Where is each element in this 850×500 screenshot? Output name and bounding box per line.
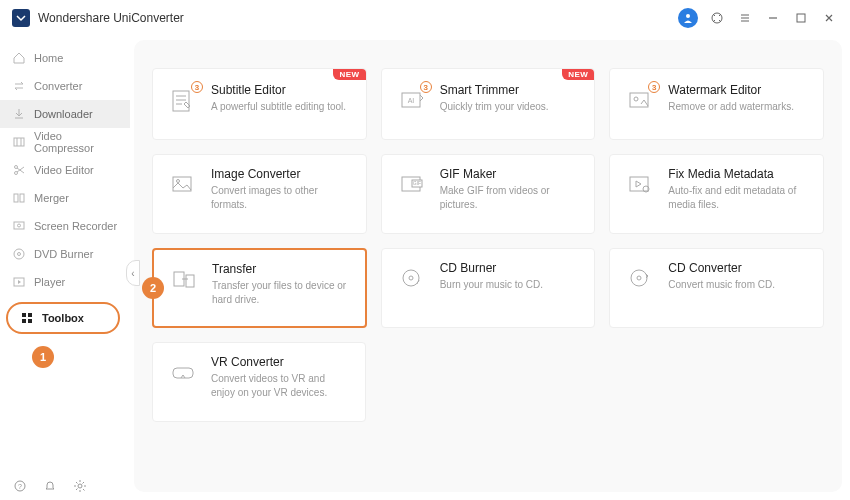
svg-point-36 <box>631 270 647 286</box>
sidebar-item-screen-recorder[interactable]: Screen Recorder <box>0 212 130 240</box>
sidebar-item-video-editor[interactable]: Video Editor <box>0 156 130 184</box>
help-button[interactable]: ? <box>12 478 28 494</box>
svg-rect-8 <box>14 222 24 229</box>
svg-rect-2 <box>797 14 805 22</box>
tool-desc: Make GIF from videos or pictures. <box>440 184 581 211</box>
svg-point-11 <box>18 253 21 256</box>
tool-title: Subtitle Editor <box>211 83 346 97</box>
svg-rect-23 <box>630 93 648 107</box>
sidebar: Home Converter Downloader Video Compress… <box>0 36 130 500</box>
count-badge: 3 <box>648 81 660 93</box>
sidebar-item-home[interactable]: Home <box>0 44 130 72</box>
tool-vr-converter[interactable]: VR ConverterConvert videos to VR and enj… <box>152 342 366 422</box>
user-account-button[interactable] <box>678 8 698 28</box>
close-button[interactable] <box>820 9 838 27</box>
tool-subtitle-editor[interactable]: NEW 3 Subtitle EditorA powerful subtitle… <box>152 68 367 140</box>
play-icon <box>12 275 26 289</box>
sidebar-item-toolbox[interactable]: Toolbox <box>6 302 120 334</box>
tool-title: GIF Maker <box>440 167 581 181</box>
gif-icon: GIF <box>396 169 428 201</box>
sidebar-item-label: Home <box>34 52 63 64</box>
app-logo <box>12 9 30 27</box>
new-badge: NEW <box>562 69 594 80</box>
scissors-icon <box>12 163 26 177</box>
titlebar: Wondershare UniConverter <box>0 0 850 36</box>
tool-title: Image Converter <box>211 167 352 181</box>
tool-cd-converter[interactable]: CD ConverterConvert music from CD. <box>609 248 824 328</box>
disc-icon <box>12 247 26 261</box>
callout-badge-1: 1 <box>32 346 54 368</box>
tool-desc: Auto-fix and edit metadata of media file… <box>668 184 809 211</box>
sidebar-item-merger[interactable]: Merger <box>0 184 130 212</box>
image-icon <box>167 169 199 201</box>
tool-transfer[interactable]: 2 TransferTransfer your files to device … <box>152 248 367 328</box>
sidebar-item-dvd-burner[interactable]: DVD Burner <box>0 240 130 268</box>
app-title: Wondershare UniConverter <box>38 11 184 25</box>
svg-rect-13 <box>22 313 26 317</box>
svg-rect-3 <box>14 138 24 146</box>
svg-point-0 <box>686 14 690 18</box>
tool-image-converter[interactable]: Image ConverterConvert images to other f… <box>152 154 367 234</box>
toolbox-content: NEW 3 Subtitle EditorA powerful subtitle… <box>134 40 842 492</box>
tool-desc: Transfer your files to device or hard dr… <box>212 279 351 306</box>
svg-point-10 <box>14 249 24 259</box>
count-badge: 3 <box>420 81 432 93</box>
tool-desc: Convert images to other formats. <box>211 184 352 211</box>
count-badge: 3 <box>191 81 203 93</box>
svg-rect-7 <box>20 194 24 202</box>
tool-desc: A powerful subtitle editing tool. <box>211 100 346 114</box>
converter-icon <box>12 79 26 93</box>
tool-title: VR Converter <box>211 355 351 369</box>
sidebar-item-label: Downloader <box>34 108 93 120</box>
svg-rect-16 <box>28 319 32 323</box>
tool-title: CD Converter <box>668 261 775 275</box>
sidebar-item-label: Toolbox <box>42 312 84 324</box>
svg-rect-33 <box>186 275 194 287</box>
vr-icon <box>167 357 199 389</box>
tool-title: Transfer <box>212 262 351 276</box>
sidebar-item-label: Converter <box>34 80 82 92</box>
settings-button[interactable] <box>72 478 88 494</box>
svg-rect-6 <box>14 194 18 202</box>
svg-text:?: ? <box>18 483 22 490</box>
tool-title: CD Burner <box>440 261 543 275</box>
sidebar-item-label: Player <box>34 276 65 288</box>
minimize-button[interactable] <box>764 9 782 27</box>
sidebar-item-converter[interactable]: Converter <box>0 72 130 100</box>
maximize-button[interactable] <box>792 9 810 27</box>
menu-button[interactable] <box>736 9 754 27</box>
tool-title: Smart Trimmer <box>440 83 549 97</box>
tool-gif-maker[interactable]: GIF GIF MakerMake GIF from videos or pic… <box>381 154 596 234</box>
sidebar-item-video-compressor[interactable]: Video Compressor <box>0 128 130 156</box>
watermark-icon: 3 <box>624 85 656 117</box>
svg-point-26 <box>177 180 180 183</box>
svg-rect-20 <box>173 91 189 111</box>
sidebar-item-downloader[interactable]: Downloader <box>0 100 130 128</box>
svg-rect-25 <box>173 177 191 191</box>
callout-badge-2: 2 <box>142 277 164 299</box>
tool-title: Watermark Editor <box>668 83 794 97</box>
tool-cd-burner[interactable]: CD BurnerBurn your music to CD. <box>381 248 596 328</box>
ai-trim-icon: AI3 <box>396 85 428 117</box>
sidebar-collapse-button[interactable]: ‹ <box>126 260 140 286</box>
new-badge: NEW <box>333 69 365 80</box>
svg-rect-14 <box>28 313 32 317</box>
transfer-icon <box>168 264 200 296</box>
metadata-icon <box>624 169 656 201</box>
tool-smart-trimmer[interactable]: NEW AI3 Smart TrimmerQuickly trim your v… <box>381 68 596 140</box>
svg-text:AI: AI <box>407 97 414 104</box>
support-icon[interactable] <box>708 9 726 27</box>
svg-point-37 <box>637 276 641 280</box>
svg-point-24 <box>634 97 638 101</box>
tool-desc: Convert videos to VR and enjoy on your V… <box>211 372 351 399</box>
tool-desc: Remove or add watermarks. <box>668 100 794 114</box>
sidebar-item-player[interactable]: Player <box>0 268 130 296</box>
tool-fix-metadata[interactable]: Fix Media MetadataAuto-fix and edit meta… <box>609 154 824 234</box>
tool-desc: Quickly trim your videos. <box>440 100 549 114</box>
svg-rect-15 <box>22 319 26 323</box>
download-icon <box>12 107 26 121</box>
merge-icon <box>12 191 26 205</box>
tool-watermark-editor[interactable]: 3 Watermark EditorRemove or add watermar… <box>609 68 824 140</box>
notification-button[interactable] <box>42 478 58 494</box>
subtitle-icon: 3 <box>167 85 199 117</box>
